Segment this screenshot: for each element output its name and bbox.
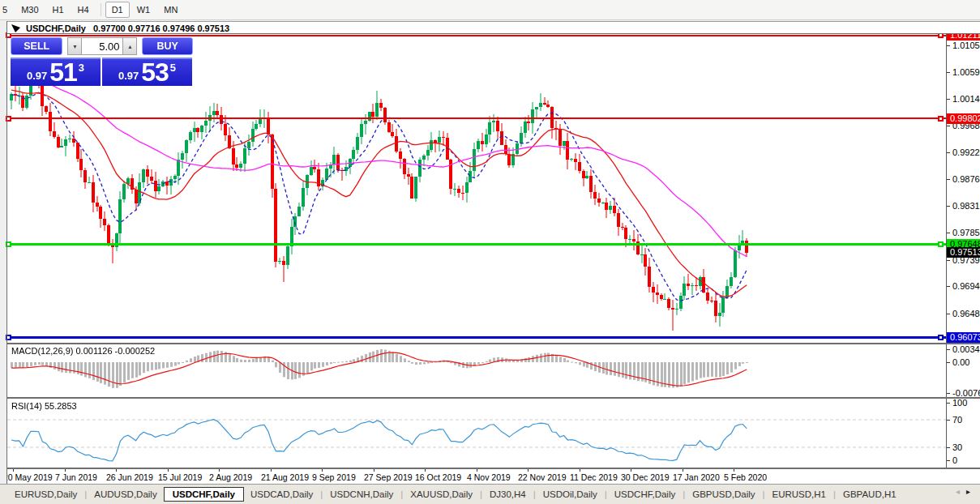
toolbar-separator (101, 3, 101, 16)
macd-axis-tick (947, 362, 950, 363)
hline-handle[interactable] (938, 241, 944, 247)
date-axis-tick (116, 469, 117, 472)
tab-dj30-h4[interactable]: DJ30,H4 (483, 488, 533, 501)
rsi-axis-tick (947, 460, 950, 461)
chart-pointer-icon (11, 23, 21, 33)
tab-separator: | (833, 489, 836, 499)
price-axis-tick (947, 314, 950, 314)
date-axis-tick (271, 469, 272, 472)
price-axis[interactable]: 1.010501.005901.001400.996800.992200.987… (946, 34, 980, 468)
rsi-axis-label: 70 (952, 415, 962, 425)
hline-handle[interactable] (938, 116, 944, 122)
date-axis-label: 11 Dec 2019 (570, 472, 618, 482)
price-axis-box-096073: 0.96073 (947, 332, 980, 343)
date-axis-tick (425, 469, 426, 472)
volume-input[interactable] (82, 37, 122, 55)
price-axis-tick (947, 72, 950, 73)
tab-gbpaud-h1[interactable]: GBPAUD,H1 (837, 488, 903, 501)
tab-separator: | (605, 489, 607, 499)
buy-price-box[interactable]: 0.97 53 5 (102, 58, 192, 86)
separator-rsi-dates (6, 468, 980, 469)
date-axis-label: 26 Jun 2019 (106, 472, 153, 482)
rsi-axis-tick (947, 447, 950, 448)
sell-price-box[interactable]: 0.97 51 3 (11, 58, 101, 86)
tab-separator: | (480, 489, 482, 499)
date-axis-label: 4 Nov 2019 (467, 472, 511, 482)
rsi-axis-label: 0 (952, 455, 957, 465)
rsi-axis-tick (947, 403, 950, 404)
tab-usdcnh-daily[interactable]: USDCNH,Daily (323, 488, 400, 501)
timeframe-button-mn[interactable]: MN (157, 2, 184, 18)
buy-price-main: 53 (141, 60, 169, 85)
price-axis-label: 1.00140 (952, 94, 980, 104)
tab-usdchf-daily[interactable]: USDCHF,Daily (608, 488, 682, 501)
window-left-border (6, 21, 7, 484)
volume-increase-icon[interactable]: ▲ (122, 37, 137, 55)
tab-separator: | (84, 489, 87, 499)
separator-title (6, 33, 980, 34)
date-axis-tick (374, 469, 374, 472)
price-axis-label: 1.00590 (952, 67, 980, 77)
price-axis-tick (947, 206, 950, 207)
date-axis-tick (734, 469, 734, 472)
macd-indicator-label: MACD(12,26,9) 0.001126 -0.000252 (11, 346, 155, 356)
tab-separator: | (683, 489, 685, 499)
timeframe-button-5[interactable]: 5 (0, 2, 14, 18)
date-axis-tick (13, 469, 14, 472)
timeframe-button-m30[interactable]: M30 (15, 2, 45, 18)
macd-axis-label: 0.00 (952, 357, 969, 367)
tab-separator: | (533, 489, 536, 499)
hline-handle[interactable] (938, 335, 944, 340)
date-axis-label: 27 Sep 2019 (364, 472, 413, 482)
volume-decrease-icon[interactable]: ▼ (67, 37, 82, 55)
rsi-axis-tick (947, 420, 950, 421)
timeframe-button-h1[interactable]: H1 (46, 2, 71, 18)
buy-price-pip: 5 (170, 62, 176, 74)
date-axis-label: 22 Nov 2019 (518, 472, 567, 482)
date-axis-label: 7 Jun 2019 (55, 472, 97, 482)
separator-macd-rsi[interactable] (6, 397, 980, 399)
tab-usdoil-daily[interactable]: USDOil,Daily (537, 488, 604, 501)
tab-xauusd-daily[interactable]: XAUUSD,Daily (404, 488, 479, 501)
price-axis-label: 1.01050 (952, 41, 980, 50)
price-axis-label: 0.96940 (952, 281, 980, 291)
tab-scroll-arrows: ◂▸ (956, 487, 977, 496)
buy-price-prefix: 0.97 (118, 70, 139, 82)
tab-audusd-daily[interactable]: AUDUSD,Daily (88, 488, 163, 501)
macd-axis-label: 0.003428 (952, 344, 980, 354)
date-axis-label: 9 Sep 2019 (312, 472, 356, 482)
tab-scroll-right-icon[interactable]: ▸ (966, 487, 977, 496)
separator-main-macd[interactable] (6, 343, 980, 344)
sell-button[interactable]: SELL (11, 37, 62, 55)
chart-ohlc-values: 0.97700 0.97716 0.97496 0.97513 (93, 23, 229, 33)
timeframe-button-w1[interactable]: W1 (131, 2, 157, 18)
tab-usdchf-daily[interactable]: USDCHF,Daily (164, 487, 244, 502)
tab-usdcad-daily[interactable]: USDCAD,Daily (244, 488, 319, 501)
tab-eurusd-daily[interactable]: EURUSD,Daily (8, 488, 83, 501)
date-axis-tick (322, 469, 323, 472)
price-axis-label: 0.97850 (952, 228, 980, 237)
timeframe-button-d1[interactable]: D1 (105, 2, 130, 18)
buy-button[interactable]: BUY (142, 37, 193, 55)
date-axis-tick (631, 469, 631, 472)
sell-price-main: 51 (49, 60, 77, 85)
price-axis-tick (947, 152, 950, 153)
rsi-axis-label: 100 (952, 398, 967, 408)
date-axis-label: 15 Jul 2019 (158, 472, 202, 482)
timeframe-toolbar: 5M30H1H4D1W1MN (0, 0, 980, 20)
price-axis-tick (947, 286, 950, 287)
sell-price-pip: 3 (79, 62, 84, 74)
tab-gbpusd-daily[interactable]: GBPUSD,Daily (686, 488, 761, 501)
timeframe-button-h4[interactable]: H4 (71, 2, 96, 18)
date-axis-label: 30 Dec 2019 (621, 472, 670, 482)
date-axis[interactable]: 20 May 20197 Jun 201926 Jun 201915 Jul 2… (6, 469, 980, 484)
date-axis-tick (683, 469, 683, 472)
rsi-indicator-label: RSI(14) 55.2853 (11, 401, 77, 411)
tab-eurusd-h1[interactable]: EURUSD,H1 (766, 488, 832, 501)
price-axis-label: 0.98760 (952, 174, 980, 184)
price-axis-label: 0.99220 (952, 147, 980, 157)
rsi-axis-label: 30 (952, 442, 962, 452)
chart-symbol-title: USDCHF,Daily (26, 23, 86, 33)
date-axis-tick (65, 469, 66, 472)
tab-scroll-left-icon[interactable]: ◂ (956, 487, 966, 496)
